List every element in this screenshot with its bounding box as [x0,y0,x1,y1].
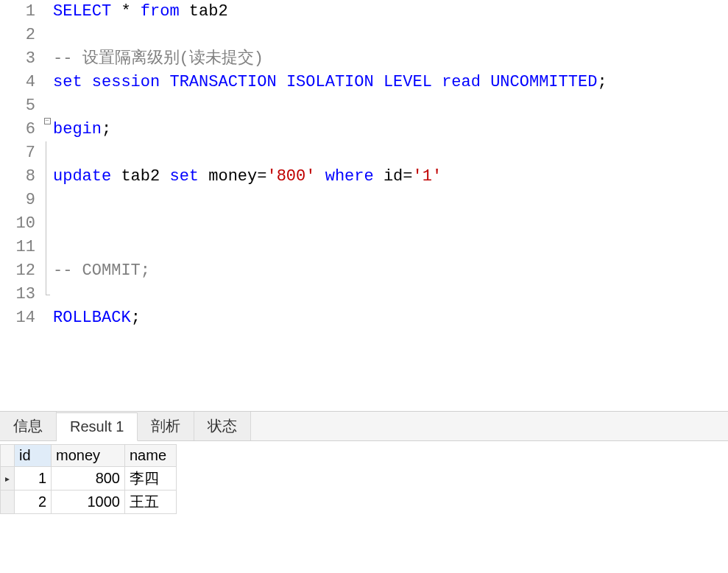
tab-profile[interactable]: 剖析 [138,412,194,440]
result-tabs: 信息 Result 1 剖析 状态 [0,412,728,441]
code-line[interactable]: 11 [0,236,728,259]
line-number: 2 [0,24,43,47]
code-line[interactable]: 1SELECT * from tab2 [0,0,728,24]
line-number: 7 [0,141,43,165]
code-line[interactable]: 14ROLLBACK; [0,306,728,330]
code-line[interactable]: 6−begin; [0,118,728,141]
code-line[interactable]: 2 [0,24,728,47]
results-panel: 信息 Result 1 剖析 状态 id money name 1800李四21… [0,411,728,514]
col-header-money[interactable]: money [52,445,125,467]
code-content[interactable]: -- COMMIT; [52,259,150,283]
line-number: 1 [0,0,43,24]
code-line[interactable]: 10 [0,212,728,236]
code-content[interactable]: update tab2 set money='800' where id='1' [52,165,442,189]
cell-id[interactable]: 1 [15,467,52,491]
line-number: 12 [0,259,43,283]
code-line[interactable]: 13 [0,283,728,306]
code-line[interactable]: 12-- COMMIT; [0,259,728,283]
row-header-blank [1,445,15,467]
cell-money[interactable]: 800 [52,467,125,491]
row-indicator [1,491,15,514]
line-number: 9 [0,189,43,212]
tab-result-1[interactable]: Result 1 [57,412,138,441]
code-content[interactable]: SELECT * from tab2 [52,0,228,24]
row-indicator [1,467,15,491]
cell-name[interactable]: 王五 [125,491,177,514]
fold-toggle-icon[interactable]: − [44,118,51,124]
col-header-id[interactable]: id [15,445,52,467]
code-content[interactable]: ROLLBACK; [52,306,141,330]
code-line[interactable]: 5 [0,94,728,118]
line-number: 5 [0,94,43,118]
code-line[interactable]: 3-- 设置隔离级别(读未提交) [0,47,728,71]
line-number: 3 [0,47,43,71]
line-number: 13 [0,283,43,306]
col-header-name[interactable]: name [125,445,177,467]
code-line[interactable]: 7 [0,141,728,165]
line-number: 14 [0,306,43,330]
code-line[interactable]: 9 [0,189,728,212]
tab-status[interactable]: 状态 [194,412,251,440]
tab-info[interactable]: 信息 [0,412,57,440]
code-line[interactable]: 8update tab2 set money='800' where id='1… [0,165,728,189]
sql-editor[interactable]: 1SELECT * from tab223-- 设置隔离级别(读未提交)4set… [0,0,728,411]
code-content[interactable]: -- 设置隔离级别(读未提交) [52,47,264,71]
code-line[interactable]: 4set session TRANSACTION ISOLATION LEVEL… [0,71,728,94]
result-grid[interactable]: id money name 1800李四21000王五 [0,444,177,514]
table-row[interactable]: 21000王五 [1,491,177,514]
code-content[interactable]: set session TRANSACTION ISOLATION LEVEL … [52,71,607,94]
fold-gutter[interactable]: − [43,118,52,124]
line-number: 10 [0,212,43,236]
line-number: 4 [0,71,43,94]
cell-money[interactable]: 1000 [52,491,125,514]
line-number: 11 [0,236,43,259]
table-row[interactable]: 1800李四 [1,467,177,491]
cell-name[interactable]: 李四 [125,467,177,491]
line-number: 8 [0,165,43,189]
line-number: 6 [0,118,43,141]
code-content[interactable]: begin; [52,118,111,141]
cell-id[interactable]: 2 [15,491,52,514]
